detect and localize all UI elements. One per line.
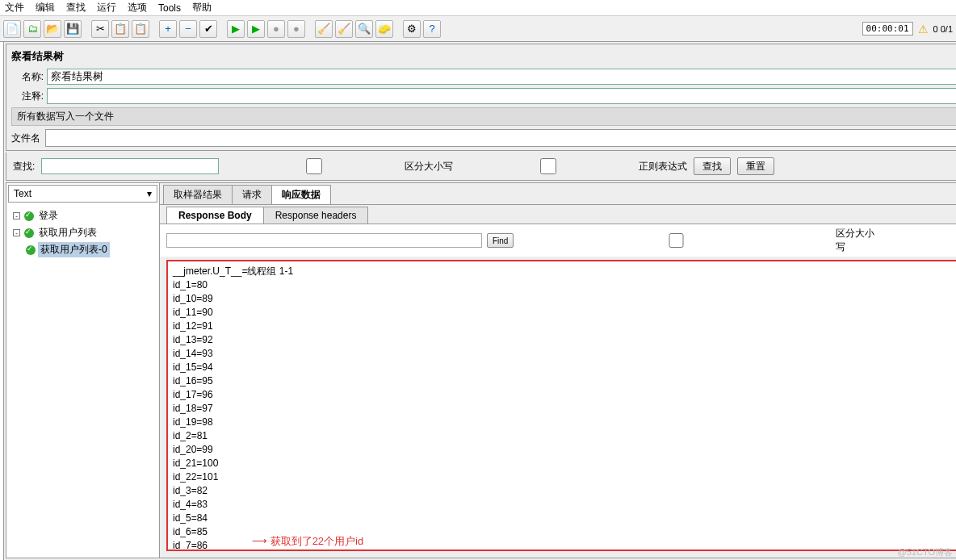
response-line: id_14=93	[173, 347, 956, 361]
response-find-case-checkbox[interactable]	[518, 233, 834, 248]
tree-toggle[interactable]: -	[13, 229, 20, 236]
paste-button[interactable]: 📋	[132, 20, 149, 38]
stop-button[interactable]: ●	[267, 20, 285, 38]
search-bar: 查找: 区分大小写 正则表达式 查找 重置	[6, 153, 956, 181]
watermark: @51CTO博客	[898, 546, 953, 558]
response-line: id_11=90	[173, 306, 956, 320]
save-button[interactable]: 💾	[64, 20, 82, 38]
response-line: id_21=100	[173, 457, 956, 470]
search-label: 查找:	[13, 160, 35, 173]
subtab-response-body[interactable]: Response Body	[166, 207, 264, 224]
new-button[interactable]: 📄	[3, 20, 21, 38]
tab-request[interactable]: 请求	[232, 185, 272, 204]
render-type-label: Text	[14, 188, 31, 199]
search-case-checkbox[interactable]	[225, 158, 403, 174]
response-find-regex-checkbox[interactable]	[886, 233, 956, 248]
response-line: id_2=81	[173, 429, 956, 443]
clear-all-button[interactable]: 🧹	[335, 20, 353, 38]
toolbar: 📄 🗂 📂 💾 ✂ 📋 📋 + − ✔ ▶ ▶ ● ● 🧹 🧹 🔍 🧽 ⚙ ? …	[0, 16, 956, 42]
menu-bar: 文件 编辑 查找 运行 选项 Tools 帮助	[0, 0, 956, 16]
response-line: id_16=95	[173, 374, 956, 388]
menu-file[interactable]: 文件	[5, 1, 24, 15]
annotation-text: 获取到了22个用户id	[270, 535, 364, 547]
search-regex-checkbox[interactable]	[459, 158, 637, 174]
cut-button[interactable]: ✂	[91, 20, 109, 38]
comment-input[interactable]	[47, 88, 956, 104]
render-type-select[interactable]: Text ▾	[8, 185, 157, 203]
name-input[interactable]	[47, 69, 956, 85]
subtab-response-headers[interactable]: Response headers	[263, 207, 369, 224]
menu-run[interactable]: 运行	[97, 1, 116, 15]
clear-button[interactable]: 🧹	[315, 20, 333, 38]
function-helper-button[interactable]: ⚙	[403, 20, 421, 38]
tree-toggle[interactable]: -	[13, 212, 20, 219]
response-find-button[interactable]: Find	[487, 233, 514, 248]
start-no-timers-button[interactable]: ▶	[247, 20, 265, 38]
thread-count: 0 0/1	[933, 24, 953, 34]
open-button[interactable]: 📂	[44, 20, 61, 38]
menu-find[interactable]: 查找	[66, 1, 86, 15]
elapsed-timer: 00:00:01	[862, 22, 913, 36]
panel-title: 察看结果树	[11, 48, 956, 69]
response-find-input[interactable]	[166, 233, 482, 248]
response-line: id_5=84	[173, 512, 956, 525]
menu-options[interactable]: 选项	[128, 1, 147, 15]
reset-search-button[interactable]: 🧽	[375, 20, 393, 38]
write-file-header: 所有数据写入一个文件	[11, 107, 956, 126]
filename-label: 文件名	[11, 132, 40, 145]
response-line: id_12=91	[173, 320, 956, 333]
templates-button[interactable]: 🗂	[23, 20, 41, 38]
tab-sampler-result[interactable]: 取样器结果	[163, 185, 233, 204]
name-label: 名称:	[11, 70, 44, 84]
success-icon	[24, 228, 34, 238]
search-button[interactable]: 🔍	[355, 20, 373, 38]
result-tabs: 取样器结果 请求 响应数据	[160, 183, 956, 204]
listener-config-panel: 察看结果树 名称: 注释: 所有数据写入一个文件 文件名 浏览... 显示日志内…	[6, 44, 956, 151]
response-line: id_15=94	[173, 361, 956, 374]
toggle-button[interactable]: ✔	[199, 20, 217, 38]
comment-label: 注释:	[11, 90, 44, 103]
result-get-user-list[interactable]: 获取用户列表	[36, 225, 99, 240]
search-case-label: 区分大小写	[405, 160, 453, 173]
response-line: id_4=83	[173, 498, 956, 512]
results-tree-pane: Text ▾ -登录 -获取用户列表 获取用户列表-0	[6, 183, 160, 558]
menu-help[interactable]: 帮助	[192, 1, 212, 15]
response-line: id_19=98	[173, 416, 956, 429]
result-login[interactable]: 登录	[36, 208, 61, 224]
search-regex-label: 正则表达式	[639, 160, 687, 173]
tab-response-data[interactable]: 响应数据	[271, 185, 331, 204]
help-button[interactable]: ?	[423, 20, 441, 38]
menu-edit[interactable]: 编辑	[36, 1, 55, 15]
response-body-text[interactable]: __jmeter.U_T__=线程组 1-1id_1=80id_10=89id_…	[166, 260, 956, 551]
search-reset-button[interactable]: 重置	[737, 157, 774, 175]
warning-icon[interactable]: ⚠	[918, 23, 929, 36]
search-find-button[interactable]: 查找	[694, 157, 731, 175]
filename-input[interactable]	[45, 129, 956, 147]
menu-tools[interactable]: Tools	[158, 2, 181, 14]
response-line: id_3=82	[173, 484, 956, 498]
response-line: id_18=97	[173, 402, 956, 416]
expand-button[interactable]: +	[159, 20, 177, 38]
success-icon	[24, 211, 34, 221]
success-icon	[26, 245, 36, 255]
response-line: id_1=80	[173, 278, 956, 292]
response-line: id_13=92	[173, 333, 956, 347]
response-line: __jmeter.U_T__=线程组 1-1	[173, 265, 956, 278]
copy-button[interactable]: 📋	[111, 20, 129, 38]
collapse-button[interactable]: −	[179, 20, 197, 38]
response-find-case-label: 区分大小写	[836, 227, 881, 254]
shutdown-button[interactable]: ●	[287, 20, 305, 38]
response-subtabs: Response Body Response headers	[160, 204, 956, 224]
response-line: id_22=101	[173, 470, 956, 484]
start-button[interactable]: ▶	[227, 20, 245, 38]
response-line: id_20=99	[173, 443, 956, 457]
result-get-user-list-0[interactable]: 获取用户列表-0	[38, 242, 110, 257]
chevron-down-icon: ▾	[147, 188, 152, 199]
response-line: id_10=89	[173, 292, 956, 306]
search-input[interactable]	[41, 158, 219, 174]
response-line: id_17=96	[173, 388, 956, 402]
